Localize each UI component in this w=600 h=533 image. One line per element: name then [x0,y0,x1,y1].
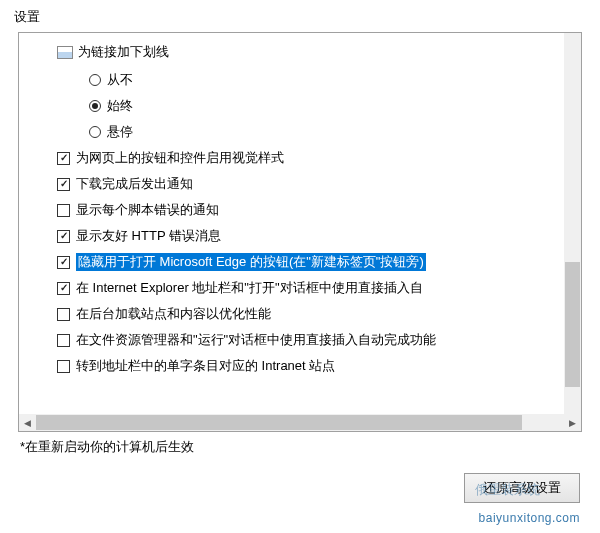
checkbox-label: 下载完成后发出通知 [76,175,193,193]
checkbox-icon[interactable] [57,282,70,295]
radio-label: 始终 [107,97,133,115]
radio-icon[interactable] [89,74,101,86]
checkbox-option[interactable]: 在文件资源管理器和"运行"对话框中使用直接插入自动完成功能 [57,327,571,353]
tree-node-label: 为链接加下划线 [78,43,169,61]
scroll-right-button[interactable]: ▶ [564,414,581,431]
checkbox-label: 在后台加载站点和内容以优化性能 [76,305,271,323]
horizontal-scrollbar-track[interactable] [36,414,564,431]
checkbox-label: 显示每个脚本错误的通知 [76,201,219,219]
settings-tree-panel: 为链接加下划线 从不始终悬停 为网页上的按钮和控件启用视觉样式下载完成后发出通知… [18,32,582,432]
tree-node-underline-links[interactable]: 为链接加下划线 [57,43,571,61]
checkbox-label: 隐藏用于打开 Microsoft Edge 的按钮(在"新建标签页"按钮旁) [76,253,426,271]
checkbox-label: 显示友好 HTTP 错误消息 [76,227,221,245]
checkbox-label: 在 Internet Explorer 地址栏和"打开"对话框中使用直接插入自 [76,279,423,297]
checkbox-option[interactable]: 下载完成后发出通知 [57,171,571,197]
checkbox-label: 在文件资源管理器和"运行"对话框中使用直接插入自动完成功能 [76,331,436,349]
checkbox-option[interactable]: 在 Internet Explorer 地址栏和"打开"对话框中使用直接插入自 [57,275,571,301]
radio-label: 从不 [107,71,133,89]
checkbox-option[interactable]: 在后台加载站点和内容以优化性能 [57,301,571,327]
vertical-scrollbar[interactable] [564,33,581,414]
vertical-scrollbar-thumb[interactable] [565,262,580,388]
radio-icon[interactable] [89,126,101,138]
checkbox-option[interactable]: 隐藏用于打开 Microsoft Edge 的按钮(在"新建标签页"按钮旁) [57,249,571,275]
radio-icon[interactable] [89,100,101,112]
checkbox-icon[interactable] [57,360,70,373]
settings-group-icon [57,46,73,59]
checkbox-label: 转到地址栏中的单字条目对应的 Intranet 站点 [76,357,335,375]
radio-label: 悬停 [107,123,133,141]
restore-advanced-settings-button[interactable]: 还原高级设置 [464,473,580,503]
checkbox-icon[interactable] [57,256,70,269]
settings-section-label: 设置 [0,0,600,32]
scroll-left-button[interactable]: ◀ [19,414,36,431]
checkbox-option[interactable]: 显示每个脚本错误的通知 [57,197,571,223]
horizontal-scrollbar[interactable]: ◀ ▶ [19,414,581,431]
checkbox-icon[interactable] [57,230,70,243]
checkbox-label: 为网页上的按钮和控件启用视觉样式 [76,149,284,167]
checkbox-icon[interactable] [57,152,70,165]
checkbox-icon[interactable] [57,308,70,321]
checkbox-icon[interactable] [57,204,70,217]
watermark-url: baiyunxitong.com [479,511,580,525]
restart-required-note: *在重新启动你的计算机后生效 [0,432,600,462]
checkbox-option[interactable]: 显示友好 HTTP 错误消息 [57,223,571,249]
checkbox-option[interactable]: 转到地址栏中的单字条目对应的 Intranet 站点 [57,353,571,379]
horizontal-scrollbar-thumb[interactable] [36,415,522,430]
checkbox-option[interactable]: 为网页上的按钮和控件启用视觉样式 [57,145,571,171]
checkbox-icon[interactable] [57,334,70,347]
radio-option[interactable]: 始终 [89,93,571,119]
radio-option[interactable]: 悬停 [89,119,571,145]
radio-option[interactable]: 从不 [89,67,571,93]
checkbox-icon[interactable] [57,178,70,191]
